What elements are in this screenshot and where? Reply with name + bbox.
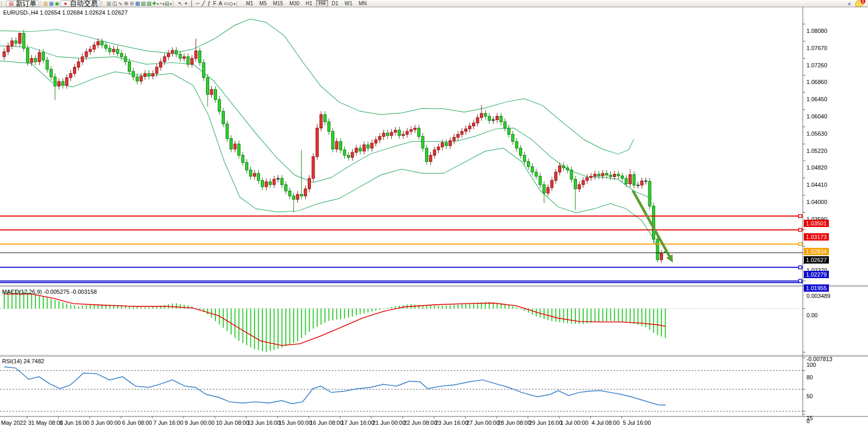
price-tick-label: 1.08080 [806, 28, 827, 34]
trendline-icon[interactable]: ╱ [200, 1, 206, 6]
date-tick-label: 6 Jun 08:00 [122, 420, 152, 426]
dropdown-arrow-icon[interactable]: ▾ [170, 2, 172, 6]
price-line-label[interactable]: 1.03173 [804, 233, 829, 241]
price-tick-label: 1.04820 [806, 164, 827, 171]
zoom-in-icon[interactable]: ⊕ [123, 1, 129, 6]
notification-badge: 1 [861, 0, 865, 4]
toolbar-grip[interactable] [1, 1, 5, 6]
autotrading-label: 自动交易 [70, 0, 98, 7]
date-tick-label: 5 Jul 16:00 [623, 420, 651, 426]
cursor-icon[interactable]: ↖ [177, 1, 183, 6]
channel-icon[interactable]: F [212, 1, 218, 6]
horizontal-price-lines[interactable] [0, 214, 803, 282]
candlestick-chart-icon[interactable]: ◫ [112, 1, 117, 6]
date-tick-label: 23 Jun 16:00 [435, 420, 468, 426]
price-tick-label: 1.06450 [806, 96, 827, 102]
main-price-pane[interactable] [0, 19, 803, 282]
search-icon[interactable]: ⌕ [847, 1, 852, 6]
price-line-label[interactable]: 1.03501 [804, 220, 829, 227]
template-icon[interactable]: ▤▾ [164, 1, 172, 6]
chart-shift-icon[interactable]: ▨ [146, 1, 152, 6]
price-tick-label: 1.05630 [806, 130, 827, 137]
date-tick-label: 13 Jun 16:00 [247, 420, 281, 426]
chart-window[interactable]: EURUSD-,H4 1.02654 1.02684 1.02624 1.026… [0, 7, 868, 430]
macd-pane[interactable] [0, 290, 803, 352]
toolbar-grip[interactable] [101, 1, 105, 6]
chart-canvas[interactable] [0, 7, 868, 430]
drawing-toolbar-icons: ↖+│─╱ƒFA▭◇▾ [177, 1, 235, 6]
timeframe-button-h1[interactable]: H1 [303, 0, 315, 7]
rsi-tick-label: 80 [806, 374, 813, 380]
price-tick-label: 1.04410 [806, 182, 827, 188]
price-line-label[interactable]: 1.01955 [804, 284, 829, 292]
candles [3, 30, 667, 263]
date-tick-label: 28 Jun 08:00 [498, 420, 531, 426]
trend-arrow[interactable] [633, 190, 673, 262]
date-tick-label: 16 Jun 08:00 [310, 420, 343, 426]
crosshair-icon[interactable]: + [183, 1, 189, 6]
chart-toolbar-icons: ▥◫∿⊕⊖▩▧▨✚▾◔▾▤▾ [106, 1, 172, 6]
price-line-label[interactable]: 1.02627 [804, 256, 829, 264]
quotes-icon[interactable]: ▥ [43, 1, 49, 6]
new-order-button[interactable]: ▤ 新订单 [6, 1, 39, 7]
bar-chart-icon[interactable]: ▥ [106, 1, 112, 6]
terminal-icon[interactable]: ▦ [49, 1, 54, 6]
macd-tick-label: 0.003489 [806, 293, 830, 299]
dropdown-arrow-icon[interactable]: ▾ [234, 2, 236, 6]
date-tick-label: 27 Jun 00:00 [466, 420, 500, 426]
notifications-icon[interactable]: 1 [855, 0, 864, 7]
text-icon[interactable]: A [218, 1, 223, 6]
tile-windows-icon[interactable]: ▩ [135, 1, 140, 6]
date-tick-label: 1 Jul 00:00 [560, 420, 588, 426]
horizontal-line-icon[interactable]: ─ [195, 1, 200, 6]
timeframe-button-m1[interactable]: M1 [243, 0, 256, 7]
autotrading-button[interactable]: ● 自动交易 [60, 1, 100, 7]
timeframe-button-w1[interactable]: W1 [342, 0, 355, 7]
auto-scroll-icon[interactable]: ▧ [140, 1, 146, 6]
price-tick-label: 1.06860 [806, 79, 827, 85]
timeframe-button-mn[interactable]: MN [356, 0, 370, 7]
macd-histogram [4, 290, 666, 352]
signals-icon[interactable]: ◉ [54, 1, 60, 6]
rsi-pane[interactable] [0, 367, 803, 411]
vertical-line-icon[interactable]: │ [189, 1, 195, 6]
date-tick-label: 15 Jun 00:00 [279, 420, 312, 426]
date-tick-label: 4 Jul 08:00 [592, 420, 620, 426]
date-tick-label: May 2022 [1, 420, 26, 426]
timeframe-button-d1[interactable]: D1 [329, 0, 341, 7]
toolbar-separator [41, 1, 41, 6]
macd-indicator-label: MACD(12,26,9) -0.005275 -0.003158 [2, 289, 97, 295]
new-order-label: 新订单 [16, 0, 37, 7]
rsi-tick-label: 0 [806, 418, 810, 424]
line-chart-icon[interactable]: ∿ [117, 1, 123, 6]
price-line-label[interactable]: 1.02834 [804, 248, 829, 255]
timeframe-button-m30[interactable]: M30 [287, 0, 302, 7]
timeframe-button-m5[interactable]: M5 [257, 0, 269, 7]
period-icon[interactable]: ◔▾ [159, 1, 164, 6]
main-toolbar: ▤ 新订单 ▥▦◉ ● 自动交易 ▥◫∿⊕⊖▩▧▨✚▾◔▾▤▾ ↖+│─╱ƒFA… [0, 0, 868, 7]
standard-toolbar-icons: ▥▦◉ [43, 1, 60, 6]
fibonacci-icon[interactable]: ƒ [206, 1, 212, 6]
price-tick-label: 1.07670 [806, 45, 827, 51]
shapes-icon[interactable]: ◇▾ [229, 1, 235, 6]
timeframe-button-h4[interactable]: H4 [316, 0, 328, 7]
rsi-tick-label: 50 [806, 393, 813, 399]
date-tick-label: 21 Jun 00:00 [372, 420, 406, 426]
zoom-out-icon[interactable]: ⊖ [129, 1, 135, 6]
macd-tick-label: 0.00 [806, 312, 817, 318]
rsi-line [4, 367, 666, 405]
timeframe-toolbar: M1M5M15M30H1H4D1W1MN [243, 0, 369, 7]
autotrading-icon: ● [63, 1, 68, 6]
timeframe-button-m15[interactable]: M15 [270, 0, 285, 7]
price-line-label[interactable]: 1.02279 [804, 271, 829, 278]
toolbar-grip[interactable] [173, 1, 176, 6]
price-tick-label: 1.07260 [806, 62, 827, 68]
toolbar-grip[interactable] [236, 1, 240, 6]
date-tick-label: 9 Jun 00:00 [185, 420, 215, 426]
price-tick-label: 1.05220 [806, 148, 827, 154]
label-icon[interactable]: ▭ [223, 1, 229, 6]
date-tick-label: 10 Jun 08:00 [216, 420, 249, 426]
add-indicator-icon[interactable]: ✚▾ [152, 1, 159, 6]
date-tick-label: 1 Jun 16:00 [59, 420, 90, 426]
rsi-tick-label: 100 [806, 362, 816, 368]
